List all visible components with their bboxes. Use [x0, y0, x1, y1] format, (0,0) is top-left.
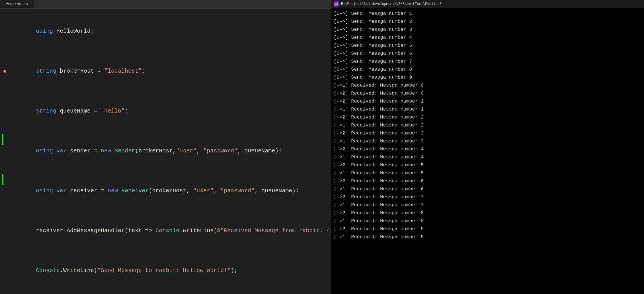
terminal-line: [0->] Send: Messga number 4 — [334, 34, 641, 42]
type-console-2: Console — [36, 267, 60, 274]
keyword-using: using — [36, 28, 53, 34]
terminal-line: [->2] Received: Messga number 9 — [334, 225, 641, 233]
keyword-string-2: string — [36, 108, 56, 114]
code-line-blank-4 — [6, 168, 331, 174]
terminal-line: [->1] Received: Messga number 8 — [334, 217, 641, 225]
keyword-var-1: var — [56, 148, 67, 154]
terminal-line: [->2] Received: Messga number 6 — [334, 177, 641, 185]
terminal-line: [->2] Received: Messga number 5 — [334, 161, 641, 169]
line-indicator-receiver — [2, 174, 3, 185]
method-addmessagehandler: AddMessageHandler — [67, 227, 125, 234]
line-indicator-sender — [2, 134, 3, 145]
code-line-blank-1 — [6, 48, 331, 54]
terminal-line: [->2] Received: Messga number 7 — [334, 193, 641, 201]
terminal-line: [0->] Send: Messga number 2 — [334, 18, 641, 26]
code-panel: Program.cs using HelloWorld; string brok… — [0, 0, 331, 294]
code-line-blank-2 — [6, 88, 331, 94]
keyword-new-1: new — [101, 148, 111, 154]
code-header: Program.cs — [0, 0, 331, 9]
terminal-title: E:\Project\Csh development\VS\RabbitTest… — [341, 2, 442, 6]
terminal-line: [->2] Received: Messga number 3 — [334, 129, 641, 137]
terminal-body[interactable]: [0->] Send: Messga number 1[0->] Send: M… — [331, 8, 644, 294]
terminal-line: [->1] Received: Messga number 5 — [334, 169, 641, 177]
terminal-line: [0->] Send: Messga number 5 — [334, 42, 641, 50]
terminal-line: [->1] Received: Messga number 1 — [334, 105, 641, 113]
code-line-3: string queueName = "hello"; — [6, 94, 331, 128]
tab-program-cs[interactable]: Program.cs — [0, 0, 34, 8]
terminal-line: [0->] Send: Messga number 6 — [334, 50, 641, 58]
code-line-1: using HelloWorld; — [6, 14, 331, 48]
keyword-using-3: using — [36, 187, 53, 194]
terminal-header: C# E:\Project\Csh development\VS\RabbitT… — [331, 0, 644, 8]
terminal-line: [->1] Received: Messga number 9 — [334, 233, 641, 241]
terminal-line: [->1] Received: Messga number 3 — [334, 137, 641, 145]
code-line-6: receiver.AddMessageHandler(text => Conso… — [6, 214, 331, 248]
keyword-var-2: var — [56, 187, 67, 194]
terminal-line: [0->] Send: Messga number 7 — [334, 58, 641, 66]
code-line-2: string brokerHost = "localhost"; — [6, 54, 331, 88]
type-console-1: Console — [155, 227, 179, 234]
terminal-line: [0->] Send: Messga number 3 — [334, 26, 641, 34]
keyword-new-2: new — [108, 187, 118, 194]
terminal-panel: C# E:\Project\Csh development\VS\RabbitT… — [331, 0, 644, 294]
code-line-4: using var sender = new Sender(brokerHost… — [6, 134, 331, 168]
keyword-using-2: using — [36, 148, 53, 154]
method-writeline-2: WriteLine — [63, 267, 94, 274]
terminal-line: [->1] Received: Messga number 2 — [334, 121, 641, 129]
terminal-line: [0->] Send: Messga number 8 — [334, 66, 641, 74]
code-line-8: sender.SendMessageToQueue("Hellow World!… — [6, 288, 331, 294]
type-receiver: Receiver — [121, 187, 149, 194]
breakpoint-indicator — [3, 70, 6, 73]
code-area: using HelloWorld; string brokerHost = "l… — [0, 9, 331, 294]
code-line-blank-6 — [6, 248, 331, 254]
code-line-5: using var receiver = new Receiver(broker… — [6, 174, 331, 208]
terminal-line: [0->] Send: Messga number 1 — [334, 10, 641, 18]
csharp-icon: C# — [334, 1, 339, 7]
terminal-line: [->2] Received: Messga number 2 — [334, 113, 641, 121]
terminal-line: [->2] Received: Messga number 1 — [334, 97, 641, 105]
terminal-line: [->1] Received: Messga number 0 — [334, 81, 641, 89]
terminal-line: [->2] Received: Messga number 0 — [334, 89, 641, 97]
terminal-line: [->1] Received: Messga number 4 — [334, 153, 641, 161]
terminal-line: [->2] Received: Messga number 8 — [334, 209, 641, 217]
type-sender: Sender — [114, 148, 135, 154]
code-line-blank-3 — [6, 128, 331, 134]
keyword-string-1: string — [36, 68, 56, 74]
terminal-line: [0->] Send: Messga number 9 — [334, 74, 641, 81]
method-writeline-1: WriteLine — [183, 227, 214, 234]
terminal-line: [->1] Received: Messga number 7 — [334, 201, 641, 209]
terminal-line: [->2] Received: Messga number 4 — [334, 145, 641, 153]
terminal-line: [->1] Received: Messga number 6 — [334, 185, 641, 193]
code-line-blank-5 — [6, 208, 331, 214]
code-line-7: Console.WriteLine("Send Message to rabbi… — [6, 254, 331, 288]
